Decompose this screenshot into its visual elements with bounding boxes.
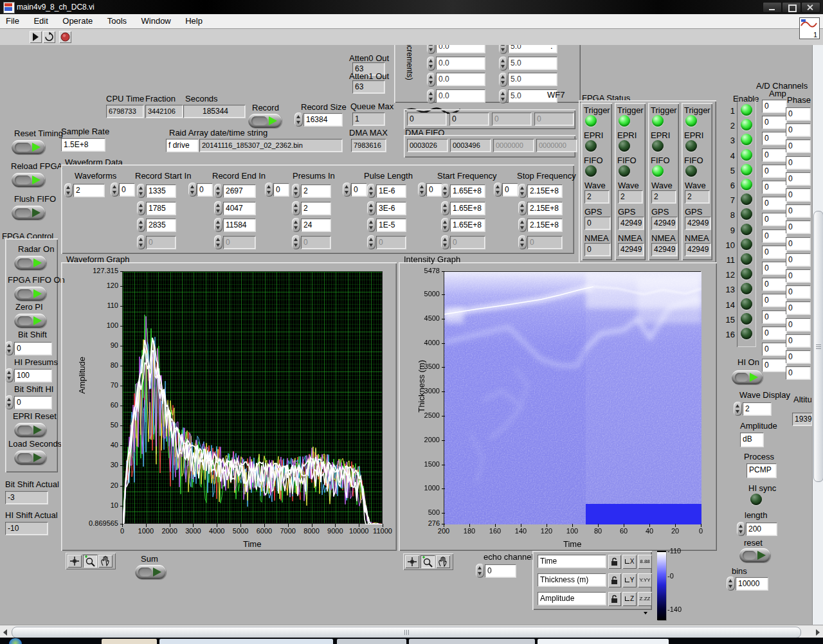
taskbar-item[interactable] (538, 639, 669, 644)
close-button[interactable] (801, 2, 820, 13)
hi-on-switch[interactable] (732, 370, 763, 384)
array-element-spinner[interactable] (518, 218, 527, 232)
phase-field[interactable]: 0 (786, 237, 810, 250)
array-element-field[interactable]: 2697 (223, 184, 255, 197)
reset-switch[interactable] (739, 548, 770, 562)
channel-enable-led[interactable] (741, 179, 752, 190)
phase-field[interactable]: 0 (786, 220, 810, 233)
array-index-field[interactable]: 0 (119, 183, 134, 196)
axis-name-field[interactable]: Thickness (m) (538, 573, 606, 586)
taskbar-item[interactable] (102, 639, 157, 644)
vertical-scrollbar[interactable] (812, 45, 823, 625)
array-element-field[interactable]: 2 (301, 202, 330, 215)
array-element-field[interactable]: 2.15E+8 (527, 184, 562, 197)
array-element-field[interactable]: 11584 (223, 219, 255, 231)
channel-enable-led[interactable] (741, 313, 752, 325)
bins-spinner[interactable] (727, 577, 735, 591)
array-element-field[interactable]: 2835 (146, 219, 176, 231)
array-element-spinner[interactable] (137, 235, 145, 249)
taskbar-item[interactable] (159, 639, 333, 644)
array-index-field[interactable]: 0 (351, 183, 366, 196)
maximize-button[interactable] (782, 2, 801, 13)
horizontal-scroll-thumb[interactable] (12, 627, 801, 638)
epri-reset-switch[interactable] (14, 423, 46, 437)
array-element-field[interactable]: 1335 (146, 184, 176, 197)
record-size-field[interactable]: 16384 (303, 113, 342, 126)
increment-b-spinner[interactable] (499, 45, 507, 54)
amp-field[interactable]: 0 (762, 197, 786, 210)
array-element-field[interactable]: 3E-6 (376, 202, 406, 215)
array-element-field[interactable]: 1.65E+8 (450, 202, 485, 215)
vertical-scroll-thumb[interactable] (813, 211, 823, 482)
array-element-spinner[interactable] (137, 184, 145, 198)
axis-format-button[interactable]: Z.ZZ (638, 592, 652, 606)
echo-channel-field[interactable]: 0 (485, 564, 516, 577)
array-element-spinner[interactable] (214, 184, 222, 198)
phase-field[interactable]: 0 (786, 139, 810, 152)
channel-enable-led[interactable] (741, 238, 752, 250)
amp-field[interactable]: 0 (762, 278, 786, 291)
array-element-field[interactable]: 1785 (146, 202, 176, 215)
increment-a-spinner[interactable] (427, 57, 435, 71)
menu-edit[interactable]: Edit (28, 14, 53, 28)
phase-field[interactable]: 0 (786, 253, 810, 266)
amp-field[interactable]: 0 (762, 310, 786, 323)
axis-scale-button[interactable]: X (622, 555, 637, 569)
increment-a-field[interactable]: 0.0 (436, 45, 485, 53)
array-index-field[interactable]: 0 (426, 183, 442, 196)
phase-field[interactable]: 0 (786, 107, 810, 120)
increment-b-field[interactable]: 5.0 (508, 73, 557, 85)
abort-button[interactable] (59, 31, 71, 43)
axis-scale-button[interactable]: Y (622, 573, 637, 587)
channel-enable-led[interactable] (741, 164, 752, 175)
echo-channel-spinner[interactable] (476, 564, 484, 578)
zoom-tool-button[interactable] (421, 555, 435, 568)
sum-switch[interactable] (135, 565, 166, 579)
pan-tool-button[interactable] (98, 555, 113, 568)
bins-field[interactable]: 10000 (736, 577, 768, 590)
amp-field[interactable]: 0 (762, 148, 786, 161)
waveforms-field[interactable]: 2 (73, 184, 104, 197)
amp-field[interactable]: 0 (762, 165, 786, 177)
amp-field[interactable]: 0 (762, 343, 786, 355)
amp-field[interactable]: 0 (762, 229, 786, 242)
menu-help[interactable]: Help (179, 14, 208, 28)
increment-a-spinner[interactable] (427, 89, 435, 103)
array-element-spinner[interactable] (292, 218, 300, 232)
amp-field[interactable]: 0 (762, 359, 786, 371)
amp-field[interactable]: 0 (762, 246, 786, 258)
pan-tool-button[interactable] (436, 555, 450, 568)
array-element-spinner[interactable] (518, 235, 527, 249)
array-element-spinner[interactable] (367, 201, 375, 215)
amp-field[interactable]: 0 (762, 294, 786, 307)
run-button[interactable] (30, 31, 42, 43)
intensity-plot[interactable] (444, 271, 701, 524)
array-element-spinner[interactable] (441, 201, 449, 215)
channel-enable-led[interactable] (741, 104, 752, 116)
flush-fifo-switch[interactable] (12, 206, 45, 220)
phase-field[interactable]: 0 (786, 269, 810, 282)
array-element-spinner[interactable] (441, 235, 449, 249)
phase-field[interactable]: 0 (786, 172, 810, 185)
increment-a-field[interactable]: 0.0 (436, 73, 485, 85)
array-element-field[interactable]: 2.15E+8 (527, 219, 562, 231)
fpga-fifo-on-switch[interactable] (14, 287, 46, 301)
increment-a-field[interactable]: 0.0 (436, 57, 485, 69)
array-element-field[interactable]: 1E-6 (376, 184, 406, 197)
increment-b-field[interactable]: 5.0 (508, 57, 557, 69)
menu-tools[interactable]: Tools (102, 14, 132, 28)
phase-field[interactable]: 0 (786, 334, 810, 347)
waveform-plot[interactable] (122, 271, 383, 524)
array-element-spinner[interactable] (214, 201, 222, 215)
array-element-spinner[interactable] (441, 184, 449, 198)
array-element-field[interactable]: 24 (301, 219, 330, 231)
waveforms-spinner[interactable] (64, 183, 73, 197)
array-element-field[interactable]: 2.15E+8 (527, 202, 562, 215)
array-index-field[interactable]: 0 (273, 183, 289, 196)
phase-field[interactable]: 0 (786, 350, 810, 363)
cursor-tool-button[interactable] (68, 555, 82, 568)
bit-shift-spinner[interactable] (5, 341, 14, 355)
hi-presums-spinner[interactable] (5, 368, 14, 382)
array-element-spinner[interactable] (137, 218, 145, 232)
bit-shift-hi-spinner[interactable] (5, 395, 14, 409)
